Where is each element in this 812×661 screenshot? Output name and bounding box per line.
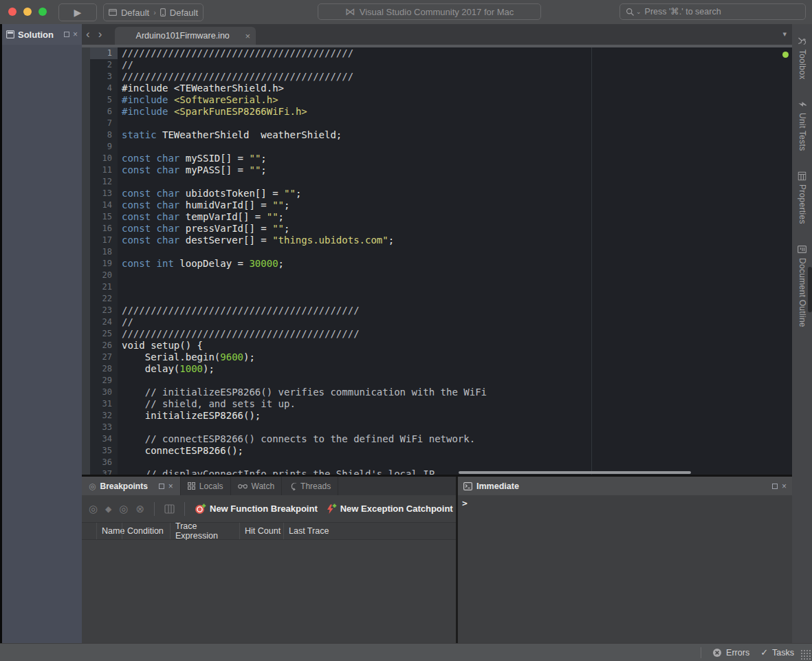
line-number[interactable]: 37 — [90, 468, 118, 475]
search-input[interactable] — [645, 7, 782, 17]
new-breakpoint-icon[interactable]: ◎ — [89, 503, 98, 514]
code-line[interactable]: 27 Serial.begin(9600); — [90, 351, 792, 363]
line-number[interactable]: 3 — [90, 71, 118, 83]
zoom-window-button[interactable] — [39, 8, 47, 16]
line-number[interactable]: 21 — [90, 281, 118, 293]
disable-all-breakpoints-icon[interactable]: ◎ — [119, 503, 128, 514]
rail-tab-toolbox[interactable]: Toolbox — [798, 36, 807, 79]
line-number[interactable]: 28 — [90, 363, 118, 375]
rail-tab-document-outline[interactable]: Document Outline — [798, 245, 807, 327]
line-number[interactable]: 30 — [90, 387, 118, 398]
close-icon[interactable]: × — [168, 482, 173, 490]
line-number[interactable]: 13 — [90, 188, 118, 199]
clear-breakpoint-icon[interactable]: ◆ — [105, 505, 111, 513]
code-line[interactable]: 13const char ubidotsToken[] = ""; — [90, 188, 792, 199]
line-number[interactable]: 9 — [90, 141, 118, 153]
tab-list-dropdown-icon[interactable]: ▾ — [782, 30, 787, 39]
code-line[interactable]: 4#include <TEWeatherShield.h> — [90, 83, 792, 94]
tab-threads[interactable]: Threads — [282, 477, 338, 495]
minimize-window-button[interactable] — [23, 8, 32, 16]
code-line[interactable]: 21 — [90, 281, 792, 293]
code-line[interactable]: 19const int loopDelay = 30000; — [90, 258, 792, 270]
line-number[interactable]: 20 — [90, 270, 118, 281]
line-number[interactable]: 5 — [90, 94, 118, 106]
code-line[interactable]: 18 — [90, 246, 792, 258]
line-number[interactable]: 8 — [90, 129, 118, 141]
line-number[interactable]: 10 — [90, 153, 118, 164]
line-number[interactable]: 6 — [90, 106, 118, 118]
code-line[interactable]: 35 connectESP8266(); — [90, 445, 792, 457]
tasks-button[interactable]: ✓ Tasks — [760, 647, 794, 658]
line-number[interactable]: 1 — [90, 47, 118, 59]
column-header-condition[interactable]: Condition — [122, 523, 170, 539]
line-number[interactable]: 18 — [90, 246, 118, 258]
global-search[interactable]: ⌄ — [619, 3, 806, 20]
code-line[interactable]: 5#include <SoftwareSerial.h> — [90, 94, 792, 106]
line-number[interactable]: 24 — [90, 316, 118, 328]
close-window-button[interactable] — [8, 8, 17, 16]
line-number[interactable]: 27 — [90, 351, 118, 363]
breakpoints-list[interactable] — [82, 540, 456, 643]
document-tab[interactable]: Arduino101Firmware.ino × — [115, 27, 256, 45]
column-header-last-trace[interactable]: Last Trace — [283, 523, 456, 539]
code-line[interactable]: 11const char myPASS[] = ""; — [90, 164, 792, 176]
tab-watch[interactable]: Watch — [231, 477, 283, 495]
line-number[interactable]: 29 — [90, 375, 118, 387]
code-line[interactable]: 33 — [90, 422, 792, 433]
search-scope-chevron-icon[interactable]: ⌄ — [636, 8, 641, 15]
error-health-indicator[interactable] — [782, 52, 789, 58]
code-line[interactable]: 31 // shield, and sets it up. — [90, 398, 792, 410]
line-number[interactable]: 35 — [90, 445, 118, 457]
vertical-scrollbar[interactable] — [808, 267, 812, 312]
code-line[interactable]: 32 initializeESP8266(); — [90, 410, 792, 422]
code-line[interactable]: 7 — [90, 118, 792, 129]
horizontal-scrollbar[interactable] — [459, 471, 691, 474]
code-line[interactable]: 28 delay(1000); — [90, 363, 792, 375]
line-number[interactable]: 31 — [90, 398, 118, 410]
edit-columns-icon[interactable] — [164, 504, 175, 514]
code-line[interactable]: 22 — [90, 293, 792, 305]
close-icon[interactable]: × — [782, 482, 787, 490]
errors-button[interactable]: Errors — [712, 648, 749, 658]
line-number[interactable]: 11 — [90, 164, 118, 176]
run-button[interactable]: ▶ — [58, 3, 97, 21]
tab-locals[interactable]: Locals — [181, 477, 231, 495]
tab-breakpoints[interactable]: ◎ Breakpoints × — [82, 477, 181, 495]
code-line[interactable]: 17const char destServer[] = "things.ubid… — [90, 235, 792, 246]
code-line[interactable]: 23//////////////////////////////////////… — [90, 305, 792, 316]
code-line[interactable]: 10const char mySSID[] = ""; — [90, 153, 792, 164]
line-number[interactable]: 17 — [90, 235, 118, 246]
line-number[interactable]: 14 — [90, 199, 118, 211]
rail-tab-unit-tests[interactable]: Unit Tests — [798, 100, 807, 151]
line-number[interactable]: 32 — [90, 410, 118, 422]
navigate-back-button[interactable]: ‹ — [86, 28, 90, 41]
column-header-name[interactable]: Name — [96, 523, 122, 539]
code-line[interactable]: 16const char pressVarId[] = ""; — [90, 223, 792, 235]
line-number[interactable]: 25 — [90, 328, 118, 340]
line-number[interactable]: 23 — [90, 305, 118, 316]
code-line[interactable]: 14const char humidVarId[] = ""; — [90, 199, 792, 211]
code-line[interactable]: 3///////////////////////////////////////… — [90, 71, 792, 83]
line-number[interactable]: 19 — [90, 258, 118, 270]
line-number[interactable]: 22 — [90, 293, 118, 305]
code-editor[interactable]: 1///////////////////////////////////////… — [82, 47, 792, 475]
resize-grip[interactable] — [800, 649, 811, 660]
configuration-selector[interactable]: Default › Default — [103, 3, 204, 21]
rail-tab-properties[interactable]: Properties — [798, 172, 807, 224]
new-exception-catchpoint-button[interactable]: New Exception Catchpoint — [325, 503, 453, 514]
line-number[interactable]: 4 — [90, 83, 118, 94]
code-line[interactable]: 2// — [90, 59, 792, 71]
code-line[interactable]: 15const char tempVarId[] = ""; — [90, 211, 792, 223]
code-line[interactable]: 36 — [90, 457, 792, 468]
line-number[interactable]: 26 — [90, 340, 118, 351]
line-number[interactable]: 33 — [90, 422, 118, 433]
column-header-trace-expression[interactable]: Trace Expression — [170, 523, 239, 539]
line-number[interactable]: 16 — [90, 223, 118, 235]
dock-icon[interactable] — [159, 484, 164, 489]
immediate-console[interactable]: > — [458, 495, 792, 643]
code-line[interactable]: 26void setup() { — [90, 340, 792, 351]
line-number[interactable]: 15 — [90, 211, 118, 223]
remove-all-breakpoints-icon[interactable]: ⊗ — [135, 503, 144, 514]
breakpoint-gutter[interactable] — [82, 47, 90, 475]
code-line[interactable]: 6#include <SparkFunESP8266WiFi.h> — [90, 106, 792, 118]
